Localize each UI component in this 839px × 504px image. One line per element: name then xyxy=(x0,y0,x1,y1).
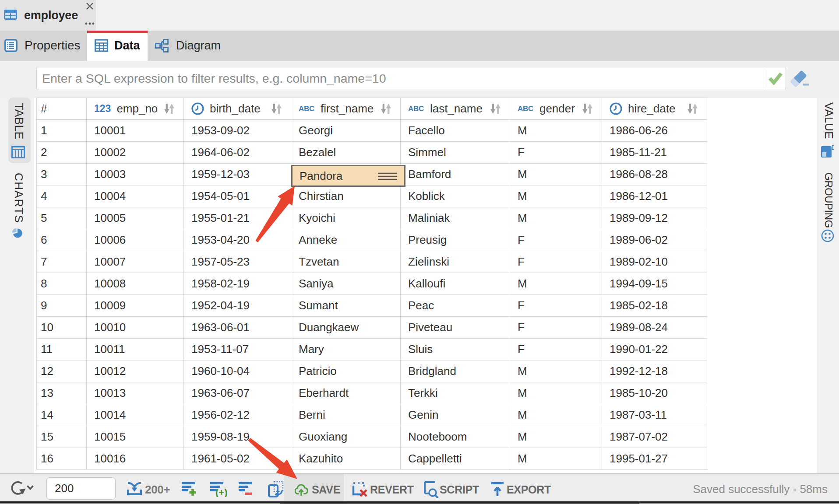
svg-text:(+): (+) xyxy=(215,487,228,497)
